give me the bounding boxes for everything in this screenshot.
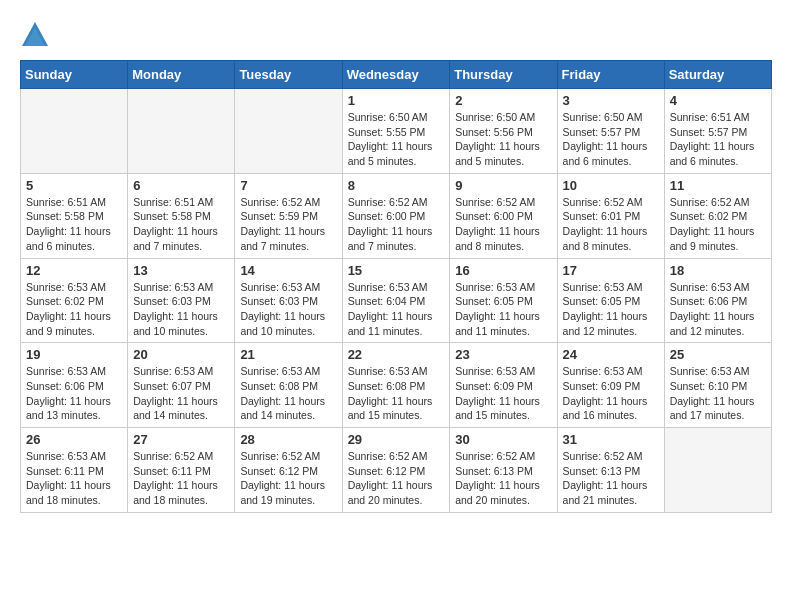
calendar-week-row: 1Sunrise: 6:50 AMSunset: 5:55 PMDaylight… bbox=[21, 89, 772, 174]
calendar-cell: 8Sunrise: 6:52 AMSunset: 6:00 PMDaylight… bbox=[342, 173, 450, 258]
calendar-cell: 11Sunrise: 6:52 AMSunset: 6:02 PMDayligh… bbox=[664, 173, 771, 258]
calendar-cell bbox=[664, 428, 771, 513]
day-number: 21 bbox=[240, 347, 336, 362]
calendar-cell: 18Sunrise: 6:53 AMSunset: 6:06 PMDayligh… bbox=[664, 258, 771, 343]
day-number: 17 bbox=[563, 263, 659, 278]
day-number: 22 bbox=[348, 347, 445, 362]
calendar-cell: 25Sunrise: 6:53 AMSunset: 6:10 PMDayligh… bbox=[664, 343, 771, 428]
day-info: Sunrise: 6:53 AMSunset: 6:03 PMDaylight:… bbox=[240, 280, 336, 339]
day-number: 14 bbox=[240, 263, 336, 278]
day-number: 24 bbox=[563, 347, 659, 362]
day-number: 19 bbox=[26, 347, 122, 362]
day-info: Sunrise: 6:52 AMSunset: 6:13 PMDaylight:… bbox=[455, 449, 551, 508]
day-info: Sunrise: 6:52 AMSunset: 6:12 PMDaylight:… bbox=[348, 449, 445, 508]
day-info: Sunrise: 6:53 AMSunset: 6:09 PMDaylight:… bbox=[455, 364, 551, 423]
day-info: Sunrise: 6:53 AMSunset: 6:05 PMDaylight:… bbox=[563, 280, 659, 339]
calendar-cell: 26Sunrise: 6:53 AMSunset: 6:11 PMDayligh… bbox=[21, 428, 128, 513]
calendar-cell: 17Sunrise: 6:53 AMSunset: 6:05 PMDayligh… bbox=[557, 258, 664, 343]
day-info: Sunrise: 6:53 AMSunset: 6:10 PMDaylight:… bbox=[670, 364, 766, 423]
day-info: Sunrise: 6:53 AMSunset: 6:03 PMDaylight:… bbox=[133, 280, 229, 339]
day-number: 27 bbox=[133, 432, 229, 447]
calendar-cell: 5Sunrise: 6:51 AMSunset: 5:58 PMDaylight… bbox=[21, 173, 128, 258]
weekday-header: Tuesday bbox=[235, 61, 342, 89]
weekday-header: Friday bbox=[557, 61, 664, 89]
calendar-week-row: 12Sunrise: 6:53 AMSunset: 6:02 PMDayligh… bbox=[21, 258, 772, 343]
page-header bbox=[20, 20, 772, 50]
day-info: Sunrise: 6:53 AMSunset: 6:04 PMDaylight:… bbox=[348, 280, 445, 339]
day-info: Sunrise: 6:52 AMSunset: 5:59 PMDaylight:… bbox=[240, 195, 336, 254]
weekday-header: Thursday bbox=[450, 61, 557, 89]
calendar-cell: 24Sunrise: 6:53 AMSunset: 6:09 PMDayligh… bbox=[557, 343, 664, 428]
calendar-week-row: 5Sunrise: 6:51 AMSunset: 5:58 PMDaylight… bbox=[21, 173, 772, 258]
calendar-cell: 10Sunrise: 6:52 AMSunset: 6:01 PMDayligh… bbox=[557, 173, 664, 258]
weekday-header: Saturday bbox=[664, 61, 771, 89]
day-info: Sunrise: 6:53 AMSunset: 6:08 PMDaylight:… bbox=[348, 364, 445, 423]
day-info: Sunrise: 6:52 AMSunset: 6:12 PMDaylight:… bbox=[240, 449, 336, 508]
day-number: 13 bbox=[133, 263, 229, 278]
calendar-cell: 22Sunrise: 6:53 AMSunset: 6:08 PMDayligh… bbox=[342, 343, 450, 428]
day-info: Sunrise: 6:52 AMSunset: 6:01 PMDaylight:… bbox=[563, 195, 659, 254]
day-info: Sunrise: 6:53 AMSunset: 6:05 PMDaylight:… bbox=[455, 280, 551, 339]
logo-icon bbox=[20, 20, 50, 50]
calendar-cell: 9Sunrise: 6:52 AMSunset: 6:00 PMDaylight… bbox=[450, 173, 557, 258]
day-info: Sunrise: 6:51 AMSunset: 5:57 PMDaylight:… bbox=[670, 110, 766, 169]
calendar-cell bbox=[128, 89, 235, 174]
day-info: Sunrise: 6:53 AMSunset: 6:08 PMDaylight:… bbox=[240, 364, 336, 423]
calendar-cell: 12Sunrise: 6:53 AMSunset: 6:02 PMDayligh… bbox=[21, 258, 128, 343]
day-info: Sunrise: 6:53 AMSunset: 6:11 PMDaylight:… bbox=[26, 449, 122, 508]
calendar-cell bbox=[235, 89, 342, 174]
calendar-cell: 19Sunrise: 6:53 AMSunset: 6:06 PMDayligh… bbox=[21, 343, 128, 428]
day-number: 5 bbox=[26, 178, 122, 193]
day-info: Sunrise: 6:52 AMSunset: 6:11 PMDaylight:… bbox=[133, 449, 229, 508]
day-number: 31 bbox=[563, 432, 659, 447]
day-number: 10 bbox=[563, 178, 659, 193]
day-number: 20 bbox=[133, 347, 229, 362]
calendar-cell: 27Sunrise: 6:52 AMSunset: 6:11 PMDayligh… bbox=[128, 428, 235, 513]
day-number: 9 bbox=[455, 178, 551, 193]
day-info: Sunrise: 6:52 AMSunset: 6:13 PMDaylight:… bbox=[563, 449, 659, 508]
day-number: 7 bbox=[240, 178, 336, 193]
calendar-cell: 30Sunrise: 6:52 AMSunset: 6:13 PMDayligh… bbox=[450, 428, 557, 513]
day-number: 16 bbox=[455, 263, 551, 278]
calendar-table: SundayMondayTuesdayWednesdayThursdayFrid… bbox=[20, 60, 772, 513]
calendar-cell: 7Sunrise: 6:52 AMSunset: 5:59 PMDaylight… bbox=[235, 173, 342, 258]
day-info: Sunrise: 6:52 AMSunset: 6:02 PMDaylight:… bbox=[670, 195, 766, 254]
day-number: 11 bbox=[670, 178, 766, 193]
calendar-cell: 13Sunrise: 6:53 AMSunset: 6:03 PMDayligh… bbox=[128, 258, 235, 343]
day-number: 4 bbox=[670, 93, 766, 108]
weekday-header-row: SundayMondayTuesdayWednesdayThursdayFrid… bbox=[21, 61, 772, 89]
calendar-cell: 4Sunrise: 6:51 AMSunset: 5:57 PMDaylight… bbox=[664, 89, 771, 174]
day-number: 28 bbox=[240, 432, 336, 447]
day-number: 12 bbox=[26, 263, 122, 278]
day-info: Sunrise: 6:51 AMSunset: 5:58 PMDaylight:… bbox=[26, 195, 122, 254]
calendar-week-row: 19Sunrise: 6:53 AMSunset: 6:06 PMDayligh… bbox=[21, 343, 772, 428]
day-info: Sunrise: 6:50 AMSunset: 5:56 PMDaylight:… bbox=[455, 110, 551, 169]
calendar-cell: 16Sunrise: 6:53 AMSunset: 6:05 PMDayligh… bbox=[450, 258, 557, 343]
day-info: Sunrise: 6:53 AMSunset: 6:02 PMDaylight:… bbox=[26, 280, 122, 339]
day-info: Sunrise: 6:53 AMSunset: 6:06 PMDaylight:… bbox=[670, 280, 766, 339]
day-number: 23 bbox=[455, 347, 551, 362]
day-number: 15 bbox=[348, 263, 445, 278]
day-number: 8 bbox=[348, 178, 445, 193]
day-number: 18 bbox=[670, 263, 766, 278]
calendar-cell: 20Sunrise: 6:53 AMSunset: 6:07 PMDayligh… bbox=[128, 343, 235, 428]
day-number: 29 bbox=[348, 432, 445, 447]
calendar-cell: 3Sunrise: 6:50 AMSunset: 5:57 PMDaylight… bbox=[557, 89, 664, 174]
weekday-header: Wednesday bbox=[342, 61, 450, 89]
day-info: Sunrise: 6:53 AMSunset: 6:09 PMDaylight:… bbox=[563, 364, 659, 423]
weekday-header: Sunday bbox=[21, 61, 128, 89]
day-info: Sunrise: 6:53 AMSunset: 6:07 PMDaylight:… bbox=[133, 364, 229, 423]
calendar-cell: 15Sunrise: 6:53 AMSunset: 6:04 PMDayligh… bbox=[342, 258, 450, 343]
day-info: Sunrise: 6:50 AMSunset: 5:57 PMDaylight:… bbox=[563, 110, 659, 169]
calendar-cell: 1Sunrise: 6:50 AMSunset: 5:55 PMDaylight… bbox=[342, 89, 450, 174]
day-number: 26 bbox=[26, 432, 122, 447]
day-info: Sunrise: 6:52 AMSunset: 6:00 PMDaylight:… bbox=[455, 195, 551, 254]
day-info: Sunrise: 6:51 AMSunset: 5:58 PMDaylight:… bbox=[133, 195, 229, 254]
day-info: Sunrise: 6:53 AMSunset: 6:06 PMDaylight:… bbox=[26, 364, 122, 423]
calendar-cell: 29Sunrise: 6:52 AMSunset: 6:12 PMDayligh… bbox=[342, 428, 450, 513]
calendar-cell: 6Sunrise: 6:51 AMSunset: 5:58 PMDaylight… bbox=[128, 173, 235, 258]
logo bbox=[20, 20, 54, 50]
calendar-cell: 21Sunrise: 6:53 AMSunset: 6:08 PMDayligh… bbox=[235, 343, 342, 428]
day-number: 2 bbox=[455, 93, 551, 108]
calendar-week-row: 26Sunrise: 6:53 AMSunset: 6:11 PMDayligh… bbox=[21, 428, 772, 513]
